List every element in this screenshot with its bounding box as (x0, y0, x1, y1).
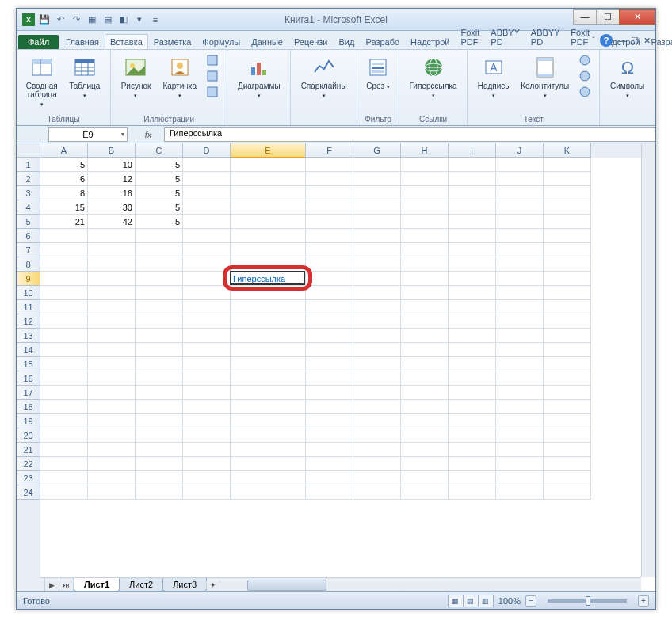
cell-G3[interactable] (353, 186, 401, 200)
cell-H19[interactable] (401, 414, 449, 428)
row-header-12[interactable]: 12 (17, 314, 40, 329)
cell-I17[interactable] (449, 386, 496, 400)
picture-button[interactable]: Рисунок ▾ (117, 53, 155, 101)
cell-F23[interactable] (306, 471, 353, 485)
cell-G13[interactable] (353, 329, 401, 343)
cell-F21[interactable] (306, 443, 353, 457)
row-header-20[interactable]: 20 (17, 428, 40, 443)
cell-B8[interactable] (88, 257, 136, 272)
cell-B19[interactable] (88, 414, 136, 428)
qat-item-2[interactable]: ▤ (101, 13, 115, 27)
col-header-G[interactable]: G (353, 143, 401, 158)
cell-A20[interactable] (40, 428, 88, 443)
cell-H8[interactable] (401, 257, 449, 272)
cell-G5[interactable] (353, 215, 401, 229)
cell-B4[interactable]: 30 (88, 200, 136, 215)
row-header-4[interactable]: 4 (17, 200, 40, 215)
cell-J18[interactable] (496, 400, 544, 414)
cell-D10[interactable] (183, 286, 231, 300)
cell-J23[interactable] (496, 471, 544, 485)
cell-I19[interactable] (449, 414, 496, 428)
cell-A9[interactable] (40, 272, 88, 286)
cell-I15[interactable] (449, 357, 496, 371)
sheet-tab-Лист2[interactable]: Лист2 (119, 578, 163, 591)
cell-B24[interactable] (88, 485, 136, 500)
help-icon[interactable]: ? (600, 34, 613, 47)
table-button[interactable]: Таблица ▾ (65, 53, 104, 101)
cell-G11[interactable] (353, 300, 401, 314)
zoom-in-button[interactable]: + (638, 595, 649, 607)
hscroll-thumb[interactable] (247, 580, 326, 591)
cell-D6[interactable] (183, 229, 231, 243)
cell-E9[interactable]: Гиперссылка (231, 272, 306, 286)
cell-G6[interactable] (353, 229, 401, 243)
cell-A23[interactable] (40, 471, 88, 485)
cell-C6[interactable] (136, 229, 183, 243)
cell-F18[interactable] (306, 400, 353, 414)
cell-B17[interactable] (88, 386, 136, 400)
cell-C13[interactable] (136, 329, 183, 343)
cell-D23[interactable] (183, 471, 231, 485)
qat-item-1[interactable]: ▦ (85, 13, 99, 27)
row-header-22[interactable]: 22 (17, 457, 40, 471)
row-header-18[interactable]: 18 (17, 400, 40, 414)
cell-F10[interactable] (306, 286, 353, 300)
object-icon[interactable] (577, 85, 593, 99)
cell-A1[interactable]: 5 (40, 158, 88, 172)
normal-view-button[interactable]: ▦ (448, 595, 464, 607)
cell-E6[interactable] (231, 229, 306, 243)
ribbon-tab-10[interactable]: ABBYY PD (525, 25, 566, 49)
cell-G7[interactable] (353, 243, 401, 257)
cell-H21[interactable] (401, 443, 449, 457)
cell-C24[interactable] (136, 485, 183, 500)
cell-D17[interactable] (183, 386, 231, 400)
cell-A6[interactable] (40, 229, 88, 243)
cell-B1[interactable]: 10 (88, 158, 136, 172)
cell-J8[interactable] (496, 257, 544, 272)
new-sheet-icon[interactable]: ✦ (206, 581, 220, 589)
cell-C4[interactable]: 5 (136, 200, 183, 215)
cell-F12[interactable] (306, 314, 353, 329)
cell-C7[interactable] (136, 243, 183, 257)
ribbon-tab-abbyy pd[interactable]: ABBYY PD (485, 25, 525, 49)
cell-K8[interactable] (544, 257, 591, 272)
cell-D13[interactable] (183, 329, 231, 343)
page-break-view-button[interactable]: ▥ (478, 595, 494, 607)
cell-I24[interactable] (449, 485, 496, 500)
row-header-16[interactable]: 16 (17, 371, 40, 386)
cell-C20[interactable] (136, 428, 183, 443)
cell-F24[interactable] (306, 485, 353, 500)
fx-icon[interactable]: fx (132, 130, 164, 139)
cell-D3[interactable] (183, 186, 231, 200)
zoom-thumb[interactable] (586, 596, 590, 606)
cell-E19[interactable] (231, 414, 306, 428)
cell-F17[interactable] (306, 386, 353, 400)
cell-A17[interactable] (40, 386, 88, 400)
cell-D12[interactable] (183, 314, 231, 329)
cell-G12[interactable] (353, 314, 401, 329)
cell-F7[interactable] (306, 243, 353, 257)
row-header-14[interactable]: 14 (17, 343, 40, 357)
cell-E12[interactable] (231, 314, 306, 329)
cell-F15[interactable] (306, 357, 353, 371)
cell-D22[interactable] (183, 457, 231, 471)
row-header-11[interactable]: 11 (17, 300, 40, 314)
cell-J20[interactable] (496, 428, 544, 443)
zoom-slider[interactable] (548, 599, 627, 603)
cell-B7[interactable] (88, 243, 136, 257)
cell-H17[interactable] (401, 386, 449, 400)
cell-H13[interactable] (401, 329, 449, 343)
cell-H11[interactable] (401, 300, 449, 314)
cell-D14[interactable] (183, 343, 231, 357)
cell-I5[interactable] (449, 215, 496, 229)
cell-K11[interactable] (544, 300, 591, 314)
hyperlink-button[interactable]: Гиперссылка ▾ (406, 53, 460, 101)
cell-H2[interactable] (401, 172, 449, 186)
cell-F16[interactable] (306, 371, 353, 386)
file-tab[interactable]: Файл (18, 35, 59, 49)
ribbon-minimize-icon[interactable]: ˇ (592, 36, 595, 45)
col-header-C[interactable]: C (136, 143, 183, 158)
cell-K17[interactable] (544, 386, 591, 400)
cell-C8[interactable] (136, 257, 183, 272)
cell-B11[interactable] (88, 300, 136, 314)
